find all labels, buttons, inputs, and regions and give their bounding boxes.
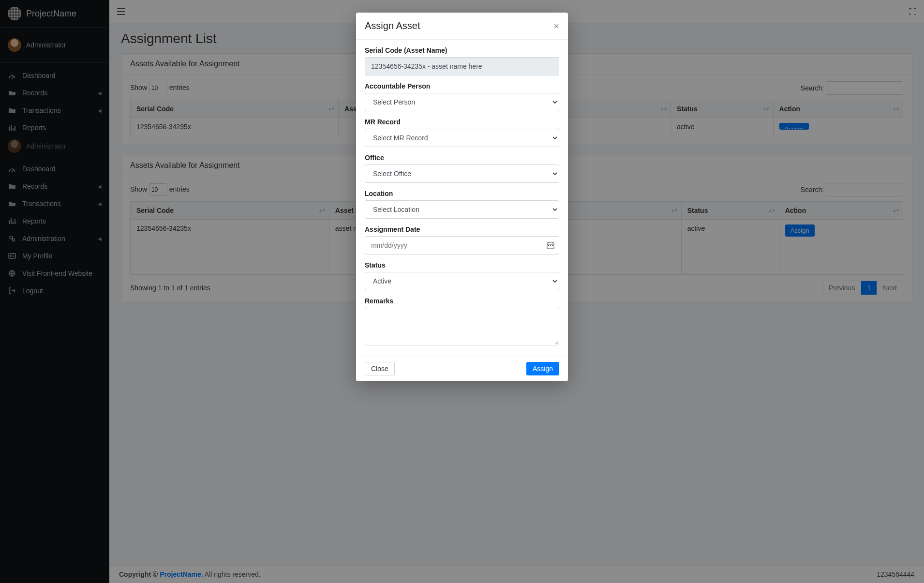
modal-assign-button[interactable]: Assign bbox=[526, 362, 559, 375]
location-label: Location bbox=[365, 190, 559, 197]
mr-record-label: MR Record bbox=[365, 118, 559, 126]
close-icon: × bbox=[553, 21, 559, 31]
modal-close-footer-button[interactable]: Close bbox=[365, 362, 395, 375]
assign-asset-modal: Assign Asset × Serial Code (Asset Name) … bbox=[356, 13, 568, 381]
modal-close-button[interactable]: × bbox=[553, 21, 559, 31]
assignment-date-label: Assignment Date bbox=[365, 225, 559, 233]
mr-record-select[interactable]: Select MR Record bbox=[365, 129, 559, 147]
office-label: Office bbox=[365, 154, 559, 162]
accountable-person-label: Accountable Person bbox=[365, 82, 559, 90]
status-label: Status bbox=[365, 261, 559, 269]
serial-code-label: Serial Code (Asset Name) bbox=[365, 46, 559, 54]
office-select[interactable]: Select Office bbox=[365, 164, 559, 183]
assignment-date-field[interactable] bbox=[365, 236, 559, 254]
modal-title: Assign Asset bbox=[365, 20, 420, 31]
serial-code-field bbox=[365, 57, 559, 75]
status-select[interactable]: Active bbox=[365, 272, 559, 290]
remarks-textarea[interactable] bbox=[365, 308, 559, 345]
remarks-label: Remarks bbox=[365, 297, 559, 305]
accountable-person-select[interactable]: Select Person bbox=[365, 93, 559, 111]
location-select[interactable]: Select Location bbox=[365, 200, 559, 219]
